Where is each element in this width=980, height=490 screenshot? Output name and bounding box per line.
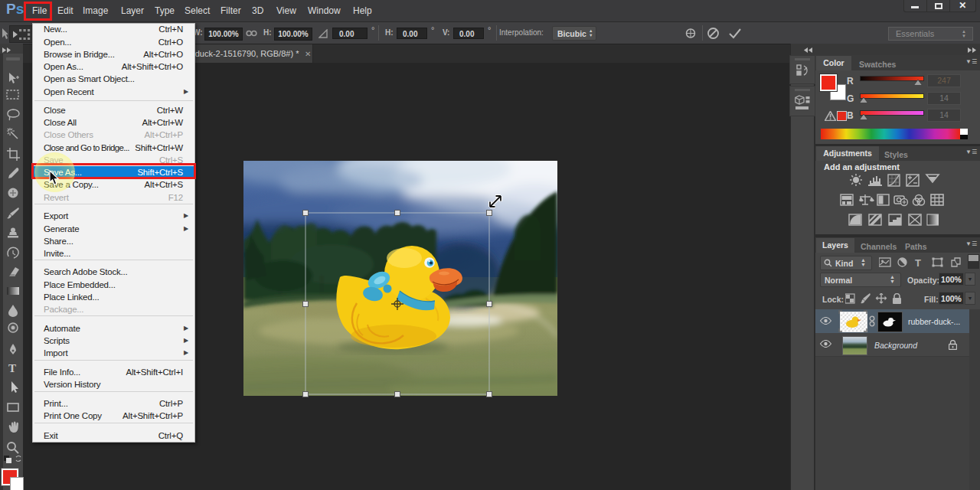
svg-text:T: T bbox=[915, 257, 921, 268]
svg-text:T: T bbox=[8, 362, 16, 374]
